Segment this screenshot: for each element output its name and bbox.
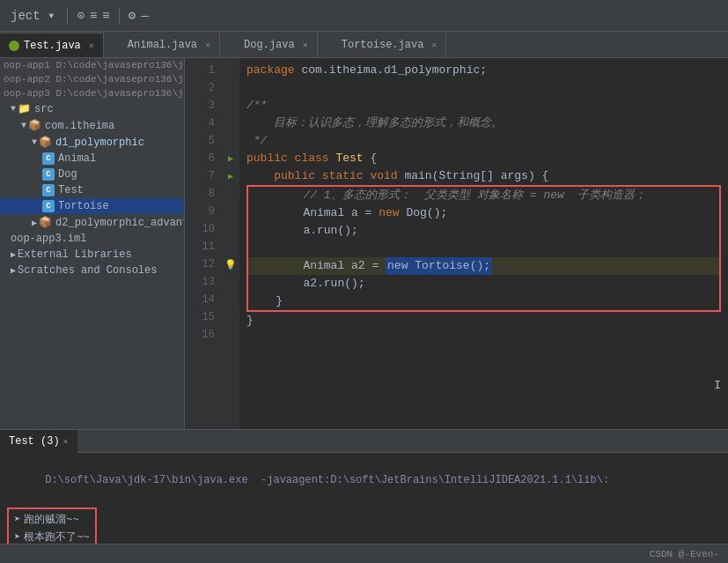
highlighted-code-block: // 1、多态的形式： 父类类型 对象名称 = new 子类构造器； Anima… [246, 185, 721, 312]
gutter-1 [222, 62, 239, 79]
gear-icon[interactable]: ⚙ [129, 8, 136, 23]
output-arrow-2: ➤ [14, 529, 20, 544]
src-folder-icon: 📁 [18, 102, 31, 115]
file-icon-dog: C [42, 168, 55, 181]
sidebar-oop-app3-iml[interactable]: oop-app3.iml [0, 231, 184, 247]
sidebar-label-tortoise: Tortoise [58, 200, 109, 212]
bottom-tab-test[interactable]: Test (3) ✕ [0, 430, 77, 453]
token: */ [246, 132, 267, 150]
ln-10: 10 [185, 220, 215, 238]
code-line-4: 目标：认识多态，理解多态的形式，和概念。 [246, 115, 721, 132]
tab-test-java[interactable]: Test.java ✕ [0, 33, 104, 57]
tab-close-animal[interactable]: ✕ [205, 40, 210, 50]
divider-1 [67, 8, 68, 24]
output-text-2: 根本跑不了~~ [24, 529, 89, 544]
minus-icon[interactable]: — [141, 9, 148, 23]
sidebar-oop-app2[interactable]: oop-app2 D:\code\javasepro136\jav [0, 72, 184, 86]
ln-2: 2 [185, 79, 215, 97]
sidebar-tortoise[interactable]: C Tortoise [0, 198, 184, 214]
arrow-d2: ▶ [32, 218, 37, 228]
output-text-1: 跑的贼溜~~ [24, 511, 78, 529]
bulb-icon-12[interactable]: 💡 [224, 259, 237, 270]
token: public [274, 167, 322, 185]
tab-icon-test [9, 41, 19, 51]
tab-icon-animal [113, 40, 123, 50]
sidebar-d1-polymorphic[interactable]: ▼ 📦 d1_polymorphic [0, 134, 184, 151]
file-icon-tortoise: C [42, 200, 55, 212]
package-icon-com: 📦 [28, 119, 41, 132]
sidebar-animal[interactable]: C Animal [0, 151, 184, 167]
console-cmd-text: D:\soft\Java\jdk-17\bin\java.exe -javaag… [45, 474, 609, 486]
run-arrow-6[interactable]: ▶ [228, 153, 233, 164]
tab-close-dog[interactable]: ✕ [303, 40, 308, 50]
ln-1: 1 [185, 62, 215, 79]
ln-12: 12 [185, 256, 215, 273]
ln-11: 11 [185, 238, 215, 256]
ln-5: 5 [185, 132, 215, 150]
sidebar-label-oop-app1: oop-app1 D:\code\javasepro136\jav [4, 60, 184, 70]
code-area[interactable]: package com.itheima.d1_polymorphic; /** … [239, 58, 728, 429]
tab-close-tortoise[interactable]: ✕ [431, 40, 437, 50]
gutter-5 [222, 132, 239, 150]
gutter-9 [222, 203, 239, 220]
code-line-2 [246, 79, 721, 97]
output-line-1: ➤ 跑的贼溜~~ [14, 511, 90, 529]
tab-label-test: Test.java [24, 40, 81, 52]
arrow-com-itheima: ▼ [21, 121, 26, 130]
code-line-7: public static void main(String[] args) { [246, 167, 721, 185]
sidebar-dog[interactable]: C Dog [0, 167, 184, 182]
ln-9: 9 [185, 203, 215, 220]
token: { [364, 150, 378, 167]
project-dropdown[interactable]: ject ▾ [7, 6, 58, 25]
sidebar-d2-polymorphic[interactable]: ▶ 📦 d2_polymorphic_advantage [0, 214, 184, 231]
token: class [295, 150, 336, 167]
bottom-tab-close[interactable]: ✕ [63, 436, 69, 447]
gutter-7: ▶ [222, 167, 239, 185]
ln-6: 6 [185, 150, 215, 167]
settings-icon[interactable]: ⊙ [77, 8, 84, 23]
sidebar-src-folder[interactable]: ▼ 📁 src [0, 100, 184, 117]
token: new [379, 204, 406, 222]
tab-dog-java[interactable]: Dog.java ✕ [220, 33, 318, 57]
ln-14: 14 [185, 291, 215, 308]
sidebar-external-libraries[interactable]: ▶ External Libraries [0, 247, 184, 263]
ln-4: 4 [185, 115, 215, 132]
ln-13: 13 [185, 273, 215, 291]
sidebar-oop-app3[interactable]: oop-app3 D:\code\javasepro136\jav [0, 86, 184, 100]
sidebar-oop-app1[interactable]: oop-app1 D:\code\javasepro136\jav [0, 58, 184, 72]
status-text: CSDN @-Even- [650, 549, 719, 559]
tab-tortoise-java[interactable]: Tortoise.java ✕ [318, 33, 447, 57]
token: Dog(); [406, 204, 447, 222]
arrow-d1: ▼ [32, 137, 37, 147]
sidebar-scratches[interactable]: ▶ Scratches and Consoles [0, 263, 184, 278]
file-icon-animal: C [42, 152, 55, 165]
tab-animal-java[interactable]: Animal.java ✕ [104, 33, 220, 57]
arrow-src: ▼ [11, 104, 16, 114]
tab-close-test[interactable]: ✕ [89, 41, 94, 51]
token: } [248, 293, 283, 310]
token [246, 167, 274, 185]
align-icon-2[interactable]: ≡ [102, 9, 109, 23]
editor[interactable]: 1 2 3 4 5 6 7 8 9 10 11 12 13 14 15 16 [185, 58, 728, 429]
token: Animal a2 = [248, 257, 386, 275]
tab-label-dog: Dog.java [244, 39, 295, 51]
sidebar-test[interactable]: C Test [0, 182, 184, 198]
bottom-tab-bar: Test (3) ✕ [0, 430, 728, 453]
gutter-4 [222, 115, 239, 132]
code-line-14: } [248, 293, 719, 310]
ln-7: 7 [185, 167, 215, 185]
run-arrow-7[interactable]: ▶ [228, 171, 233, 181]
file-icon-test: C [42, 184, 55, 196]
gutter-8 [222, 185, 239, 203]
gutter-2 [222, 79, 239, 97]
tab-label-animal: Animal.java [128, 39, 197, 51]
gutter-15 [222, 308, 239, 326]
token: main(String[] args) { [404, 167, 548, 185]
sidebar-com-itheima[interactable]: ▼ 📦 com.itheima [0, 117, 184, 134]
align-icon-1[interactable]: ≡ [90, 9, 97, 23]
code-line-11 [248, 240, 719, 257]
token: public [246, 150, 295, 167]
sidebar-label-com: com.itheima [45, 120, 114, 132]
token: a2.run(); [248, 275, 365, 293]
gutter-10 [222, 220, 239, 238]
